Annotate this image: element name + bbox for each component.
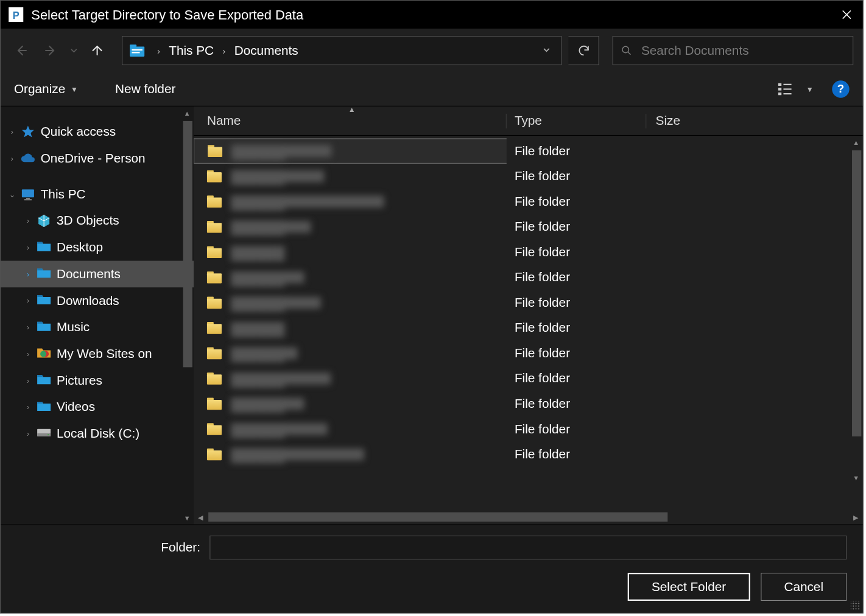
location-icon — [129, 43, 146, 58]
star-icon — [21, 124, 35, 139]
window-title: Select Target Directory to Save Exported… — [31, 7, 303, 22]
address-dropdown[interactable] — [536, 46, 557, 55]
chevron-right-icon[interactable]: › — [22, 217, 34, 225]
tree-item-desktop[interactable]: ›Desktop — [1, 234, 194, 261]
cancel-button[interactable]: Cancel — [761, 573, 847, 601]
column-header-type[interactable]: Type — [507, 113, 647, 128]
row-type: File folder — [507, 270, 647, 285]
back-button[interactable] — [10, 39, 32, 61]
folder-row[interactable]: ██████File folder — [194, 214, 862, 240]
folder-row[interactable]: ██████File folder — [194, 138, 862, 164]
tree-item-label: Music — [57, 320, 90, 335]
breadcrumb-documents[interactable]: Documents — [232, 43, 300, 58]
search-box[interactable] — [613, 36, 854, 65]
chevron-down-icon[interactable]: ⌄ — [6, 190, 18, 198]
drive-icon — [37, 427, 51, 441]
scroll-down-button[interactable]: ▼ — [850, 471, 863, 485]
file-list-pane: ▲ Name Type Size ▲ ▼ ██████File folder██… — [194, 107, 862, 524]
close-button[interactable] — [831, 1, 862, 29]
tree-item-music[interactable]: ›Music — [1, 314, 194, 341]
tree-item-label: Desktop — [57, 240, 103, 255]
search-icon — [621, 44, 632, 57]
scroll-up-button[interactable]: ▲ — [850, 136, 863, 149]
row-type: File folder — [507, 144, 647, 158]
chevron-right-icon[interactable]: › — [6, 155, 18, 163]
navigation-tree: ▲ ▼ ›Quick access›OneDrive - Person⌄This… — [1, 107, 194, 524]
filelist-hscroll-thumb[interactable] — [208, 513, 667, 522]
tree-item-3d-objects[interactable]: ›3D Objects — [1, 208, 194, 234]
tree-item-pictures[interactable]: ›Pictures — [1, 367, 194, 394]
folder-name-redacted: ██████ — [231, 373, 331, 385]
folder-row[interactable]: ██████File folder — [194, 315, 862, 341]
refresh-button[interactable] — [568, 36, 599, 65]
folder-row[interactable]: ██████File folder — [194, 239, 862, 265]
sidebar-scroll-up[interactable]: ▲ — [180, 107, 194, 120]
tree-item-local-disk-c-[interactable]: ›Local Disk (C:) — [1, 421, 194, 447]
help-button[interactable]: ? — [832, 80, 849, 97]
column-header-size[interactable]: Size — [646, 113, 862, 128]
folder-name-redacted: ██████ — [231, 348, 297, 360]
scroll-left-button[interactable]: ◀ — [194, 513, 207, 520]
tree-item-label: Videos — [57, 400, 95, 415]
tree-item-documents[interactable]: ›Documents — [1, 261, 194, 287]
breadcrumb-separator[interactable]: › — [150, 45, 167, 55]
folder-blue-icon — [37, 240, 51, 255]
chevron-right-icon[interactable]: › — [22, 270, 34, 278]
tree-item-label: Downloads — [57, 293, 119, 308]
new-folder-button[interactable]: New folder — [115, 82, 175, 96]
view-options-button[interactable]: ▼ — [778, 82, 814, 96]
folder-name-redacted: ██████ — [231, 221, 311, 233]
chevron-right-icon[interactable]: › — [6, 128, 18, 136]
folder-row[interactable]: ██████File folder — [194, 442, 862, 467]
address-bar[interactable]: › This PC › Documents — [122, 36, 561, 65]
up-button[interactable] — [86, 39, 108, 61]
sidebar-scroll-down[interactable]: ▼ — [180, 511, 194, 524]
folder-row[interactable]: ██████File folder — [194, 290, 862, 316]
resize-grip[interactable] — [851, 601, 860, 610]
title-bar: P Select Target Directory to Save Export… — [1, 1, 862, 29]
tree-item-videos[interactable]: ›Videos — [1, 394, 194, 421]
select-folder-label: Select Folder — [652, 579, 726, 594]
folder-row[interactable]: ██████File folder — [194, 341, 862, 366]
svg-rect-2 — [132, 49, 142, 51]
organize-menu[interactable]: Organize ▼ — [14, 82, 78, 96]
folder-row[interactable]: ██████File folder — [194, 391, 862, 417]
forward-button[interactable] — [39, 39, 62, 61]
chevron-right-icon[interactable]: › — [22, 350, 34, 358]
folder-name-input[interactable] — [209, 536, 847, 559]
new-folder-label: New folder — [115, 82, 175, 96]
folder-name-redacted: ██████ — [231, 423, 327, 435]
tree-item-quick-access[interactable]: ›Quick access — [1, 119, 194, 145]
folder-row[interactable]: ██████File folder — [194, 265, 862, 290]
svg-rect-8 — [784, 88, 792, 89]
breadcrumb-this-pc[interactable]: This PC — [167, 43, 216, 58]
tree-item-this-pc[interactable]: ⌄This PC — [1, 181, 194, 208]
tree-item-downloads[interactable]: ›Downloads — [1, 287, 194, 314]
chevron-right-icon[interactable]: › — [22, 323, 34, 331]
folder-row[interactable]: ██████File folder — [194, 416, 862, 442]
folder-row[interactable]: ██████File folder — [194, 189, 862, 214]
search-input[interactable] — [641, 43, 845, 58]
recent-locations-button[interactable] — [69, 39, 79, 61]
sidebar-scrollbar-thumb[interactable] — [183, 121, 192, 367]
refresh-icon — [577, 44, 590, 57]
folder-row[interactable]: ██████File folder — [194, 164, 862, 189]
chevron-right-icon[interactable]: › — [22, 243, 34, 251]
tree-item-my-web-sites-on[interactable]: ›My Web Sites on — [1, 341, 194, 368]
breadcrumb-separator[interactable]: › — [216, 45, 232, 55]
chevron-right-icon[interactable]: › — [22, 296, 34, 304]
folder-row[interactable]: ██████File folder — [194, 366, 862, 391]
column-header-name[interactable]: Name — [194, 113, 507, 128]
scroll-right-button[interactable]: ▶ — [850, 513, 863, 520]
chevron-right-icon[interactable]: › — [22, 430, 34, 438]
folder-icon — [207, 423, 222, 435]
chevron-right-icon[interactable]: › — [22, 403, 34, 411]
filelist-vscroll-thumb[interactable] — [852, 150, 861, 436]
row-type: File folder — [507, 194, 647, 209]
select-folder-button[interactable]: Select Folder — [628, 573, 750, 601]
svg-rect-0 — [130, 47, 144, 57]
filelist-vscrollbar: ▲ ▼ — [850, 136, 863, 509]
chevron-right-icon[interactable]: › — [22, 377, 34, 385]
row-type: File folder — [507, 396, 647, 411]
tree-item-onedrive-person[interactable]: ›OneDrive - Person — [1, 145, 194, 172]
